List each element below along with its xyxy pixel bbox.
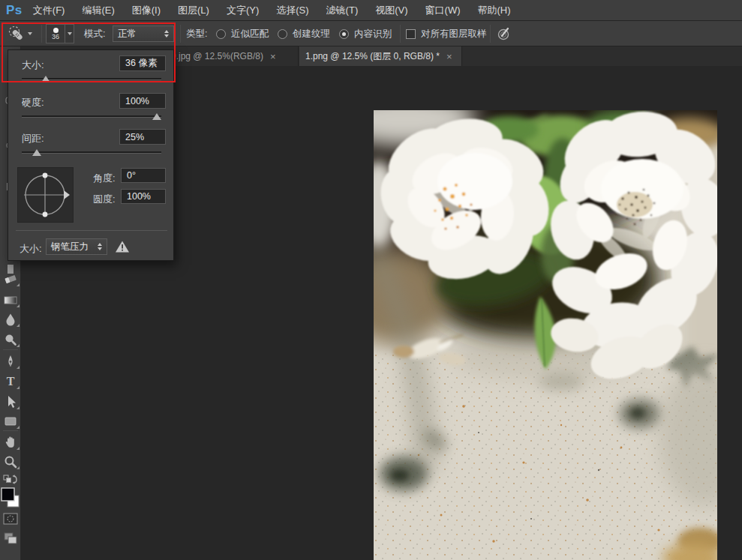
options-separator bbox=[180, 25, 181, 43]
radio-create-texture[interactable]: 创建纹理 bbox=[278, 21, 330, 46]
menu-item-select[interactable]: 选择(S) bbox=[276, 4, 308, 17]
brush-picker-arrow[interactable] bbox=[65, 25, 74, 43]
updown-arrows-icon bbox=[92, 243, 102, 250]
eraser-tool[interactable] bbox=[0, 270, 21, 288]
toolbar-divider bbox=[3, 349, 18, 350]
spacing-label: 间距: bbox=[22, 132, 44, 145]
rectangle-shape-icon bbox=[3, 414, 18, 429]
menu-item-file[interactable]: 文件(F) bbox=[33, 4, 65, 17]
menu-item-layer[interactable]: 图层(L) bbox=[178, 4, 209, 17]
menu-item-view[interactable]: 视图(V) bbox=[375, 4, 407, 17]
white-roses-photo bbox=[374, 110, 717, 560]
brush-size-number: 36 bbox=[52, 34, 59, 40]
hand-tool[interactable] bbox=[0, 433, 21, 451]
brush-tip-dot-icon bbox=[53, 28, 59, 33]
radio-content-aware[interactable]: 内容识别 bbox=[339, 21, 392, 46]
dodge-tool[interactable] bbox=[0, 331, 21, 349]
updown-arrows-icon bbox=[158, 30, 169, 37]
options-separator bbox=[41, 25, 42, 43]
brush-options-panel: 大小: 36 像素 硬度: 100% 间距: 25% 角度: 0° 圆度 bbox=[8, 49, 174, 261]
options-separator bbox=[400, 25, 401, 43]
menu-item-filter[interactable]: 滤镜(T) bbox=[326, 4, 359, 17]
size-slider-thumb[interactable] bbox=[41, 76, 50, 82]
menu-item-window[interactable]: 窗口(W) bbox=[425, 4, 461, 17]
hardness-input[interactable]: 100% bbox=[119, 93, 166, 109]
spacing-slider[interactable] bbox=[22, 151, 161, 154]
hand-icon bbox=[3, 435, 18, 450]
radio-content-aware-label: 内容识别 bbox=[354, 28, 392, 40]
screen-mode-button[interactable] bbox=[0, 529, 21, 547]
tablet-pressure-button[interactable] bbox=[496, 21, 511, 46]
quick-mask-button[interactable] bbox=[0, 510, 21, 528]
shape-tool[interactable] bbox=[0, 412, 21, 430]
menu-item-edit[interactable]: 编辑(E) bbox=[82, 4, 114, 17]
pen-nib-icon bbox=[3, 354, 18, 369]
radio-selected-icon bbox=[339, 29, 349, 39]
cursor-arrow-icon bbox=[3, 394, 18, 409]
dodge-icon bbox=[3, 332, 18, 347]
size-input[interactable]: 36 像素 bbox=[119, 55, 166, 71]
tab-close-icon[interactable]: × bbox=[446, 51, 452, 62]
foreground-background-swatches-icon bbox=[1, 487, 20, 512]
checkbox-icon bbox=[406, 29, 416, 39]
type-tool[interactable]: T bbox=[0, 373, 21, 391]
spacing-slider-thumb[interactable] bbox=[32, 149, 41, 156]
roundness-input[interactable]: 100% bbox=[121, 189, 166, 204]
radio-create-texture-label: 创建纹理 bbox=[293, 28, 330, 40]
radio-icon bbox=[278, 29, 287, 39]
type-label: 类型: bbox=[186, 28, 207, 40]
screen-mode-icon bbox=[2, 531, 19, 546]
panel-divider bbox=[16, 230, 167, 231]
tab-close-icon[interactable]: × bbox=[270, 51, 276, 62]
sample-all-layers-checkbox[interactable]: 对所有图层取样 bbox=[406, 21, 487, 46]
photoshop-window: Ps 文件(F) 编辑(E) 图像(I) 图层(L) 文字(Y) 选择(S) 滤… bbox=[0, 0, 742, 560]
hardness-slider-thumb[interactable] bbox=[152, 113, 161, 120]
water-drop-icon bbox=[3, 312, 18, 327]
spot-healing-brush-icon bbox=[8, 25, 26, 43]
mode-label: 模式: bbox=[84, 28, 105, 40]
spot-healing-brush-tool-button[interactable] bbox=[8, 24, 39, 43]
menu-item-type[interactable]: 文字(Y) bbox=[227, 4, 259, 17]
spacing-input[interactable]: 25% bbox=[119, 129, 166, 145]
tab-label: 9.jpg @ 12.5%(RGB/8) bbox=[171, 51, 263, 61]
chevron-down-icon bbox=[68, 32, 72, 35]
blur-tool[interactable] bbox=[0, 310, 21, 328]
quick-mask-icon bbox=[2, 512, 19, 526]
tab-label: 1.png @ 12.5% (图层 0, RGB/8) * bbox=[305, 50, 440, 63]
radio-proximity-match-label: 近似匹配 bbox=[231, 28, 269, 40]
photoshop-logo: Ps bbox=[6, 3, 23, 18]
svg-text:T: T bbox=[7, 375, 15, 388]
mode-dropdown[interactable]: 正常 bbox=[113, 25, 174, 42]
size-control-dropdown[interactable]: 钢笔压力 bbox=[46, 238, 107, 255]
document-tab-1png[interactable]: 1.png @ 12.5% (图层 0, RGB/8) * × bbox=[299, 46, 462, 66]
pen-tool[interactable] bbox=[0, 352, 21, 370]
options-bar: 36 模式: 正常 类型: 近似匹配 创建纹理 内容识别 bbox=[0, 21, 742, 46]
toolbar-divider bbox=[3, 430, 18, 431]
roundness-label: 圆度: bbox=[93, 193, 116, 206]
radio-icon bbox=[216, 29, 226, 39]
angle-roundness-dial[interactable] bbox=[17, 167, 74, 223]
foreground-color-swatch bbox=[2, 488, 14, 501]
warning-icon bbox=[115, 240, 130, 253]
angle-label: 角度: bbox=[93, 172, 116, 185]
hardness-slider[interactable] bbox=[22, 115, 161, 118]
menu-item-help[interactable]: 帮助(H) bbox=[478, 4, 511, 17]
brush-tip-preview: 36 bbox=[47, 25, 65, 43]
gradient-tool[interactable] bbox=[0, 291, 21, 309]
tool-dropdown-arrow-icon bbox=[28, 32, 32, 35]
radio-proximity-match[interactable]: 近似匹配 bbox=[216, 21, 269, 46]
size-slider[interactable] bbox=[22, 78, 161, 80]
hardness-label: 硬度: bbox=[22, 96, 44, 109]
angle-input[interactable]: 0° bbox=[121, 168, 166, 183]
brush-preset-picker[interactable]: 36 bbox=[46, 24, 74, 43]
zoom-tool[interactable] bbox=[0, 453, 21, 471]
type-icon: T bbox=[3, 374, 18, 389]
pen-pressure-icon bbox=[496, 26, 511, 41]
menu-item-image[interactable]: 图像(I) bbox=[132, 4, 161, 17]
menu-bar: Ps 文件(F) 编辑(E) 图像(I) 图层(L) 文字(Y) 选择(S) 滤… bbox=[0, 0, 742, 21]
document-canvas-photo[interactable] bbox=[374, 110, 717, 560]
size-control-label: 大小: bbox=[20, 242, 42, 256]
path-selection-tool[interactable] bbox=[0, 393, 21, 411]
eraser-icon bbox=[3, 271, 18, 286]
size-control-value: 钢笔压力 bbox=[51, 241, 89, 253]
